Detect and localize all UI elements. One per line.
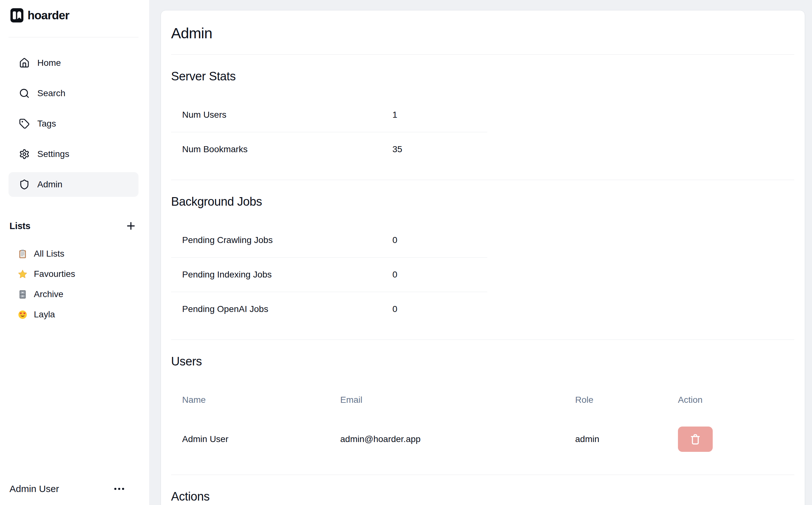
plus-icon [125,220,137,231]
section-title-actions: Actions [171,490,794,503]
list-item-label: Archive [34,289,63,299]
job-value: 0 [392,304,487,314]
users-table-header: Name Email Role Action [171,383,794,417]
job-value: 0 [392,235,487,245]
stat-label: Num Bookmarks [182,144,392,154]
trash-icon [689,433,702,446]
column-header-name: Name [182,395,340,405]
sidebar-item-label: Home [37,58,61,68]
table-row: Num Bookmarks 35 [171,132,487,166]
stat-value: 1 [392,110,487,120]
clipboard-emoji-icon [18,249,27,259]
list-item-all-lists[interactable]: All Lists [9,243,139,264]
server-stats-table: Num Users 1 Num Bookmarks 35 [171,98,487,166]
lists-title: Lists [9,221,30,231]
gear-icon [19,149,30,159]
ellipsis-icon [112,485,126,492]
list-item-favourties[interactable]: Favourties [9,264,139,284]
user-name: Admin User [182,434,340,444]
lists-header: Lists [9,219,139,232]
page-title: Admin [171,24,794,42]
table-row: Pending Crawling Jobs 0 [171,223,487,258]
divider [171,54,794,55]
admin-card: Admin Server Stats Num Users 1 Num Bookm… [161,10,805,505]
divider [171,475,794,475]
delete-user-button[interactable] [678,427,713,452]
user-role: admin [575,434,678,444]
user-menu-button[interactable] [111,484,127,494]
tag-icon [19,118,30,129]
add-list-button[interactable] [124,219,137,232]
search-icon [19,88,30,99]
job-label: Pending Indexing Jobs [182,270,392,280]
users-section: Users Name Email Role Action Admin User … [171,354,794,475]
sidebar-nav: Home Search Tags Settings Admin [9,51,139,197]
sidebar-item-label: Settings [37,149,69,159]
background-jobs-table: Pending Crawling Jobs 0 Pending Indexing… [171,223,487,326]
background-jobs-section: Background Jobs Pending Crawling Jobs 0 … [171,195,794,340]
job-label: Pending Crawling Jobs [182,235,392,245]
sidebar-item-tags[interactable]: Tags [9,111,139,136]
divider [171,180,794,180]
user-action-cell [678,427,794,452]
job-value: 0 [392,270,487,280]
table-row: Pending Indexing Jobs 0 [171,258,487,292]
sidebar: hoarder Home Search Tags Settings Admin … [0,0,150,505]
job-label: Pending OpenAI Jobs [182,304,392,314]
heart-eyes-emoji-icon [18,310,27,320]
hoarder-logo-icon [10,8,23,22]
sidebar-item-settings[interactable]: Settings [9,142,139,166]
current-user-name: Admin User [9,484,59,494]
sidebar-item-home[interactable]: Home [9,51,139,75]
app-title: hoarder [27,9,69,22]
column-header-email: Email [340,395,575,405]
list-item-layla[interactable]: Layla [9,304,139,325]
app-logo[interactable]: hoarder [9,0,139,37]
list-item-label: Favourties [34,269,75,279]
section-title-background-jobs: Background Jobs [171,195,794,208]
section-title-server-stats: Server Stats [171,69,794,83]
table-row: Pending OpenAI Jobs 0 [171,292,487,326]
main-content: Admin Server Stats Num Users 1 Num Bookm… [150,0,812,505]
file-cabinet-emoji-icon [18,290,27,299]
list-item-label: Layla [34,310,55,320]
stat-label: Num Users [182,110,392,120]
sidebar-item-label: Tags [37,119,56,129]
home-icon [19,57,30,68]
actions-section: Actions [171,490,794,503]
table-row: Num Users 1 [171,98,487,132]
section-title-users: Users [171,354,794,368]
list-item-label: All Lists [34,249,64,259]
star-emoji-icon [18,269,27,279]
users-table: Name Email Role Action Admin User admin@… [171,383,794,461]
shield-icon [19,179,30,190]
lists: All Lists Favourties Archive [9,243,139,325]
sidebar-item-label: Admin [37,179,62,189]
sidebar-item-label: Search [37,88,65,99]
user-email: admin@hoarder.app [340,434,575,444]
list-item-archive[interactable]: Archive [9,284,139,304]
column-header-role: Role [575,395,678,405]
sidebar-item-search[interactable]: Search [9,81,139,106]
stat-value: 35 [392,144,487,154]
sidebar-item-admin[interactable]: Admin [9,172,139,197]
sidebar-footer: Admin User [9,484,139,505]
column-header-action: Action [678,395,794,405]
server-stats-section: Server Stats Num Users 1 Num Bookmarks 3… [171,69,794,180]
table-row: Admin User admin@hoarder.app admin [171,417,794,461]
